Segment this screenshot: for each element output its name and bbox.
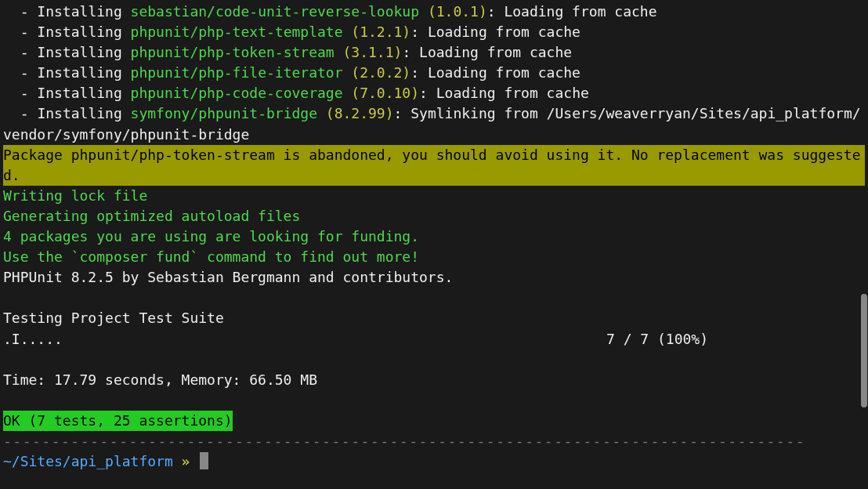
package-name: phpunit/php-file-iterator [131, 64, 343, 81]
test-progress-count: 7 / 7 (100%) [606, 329, 708, 350]
blank-line [3, 288, 865, 308]
install-line: - Installing symfony/phpunit-bridge (8.2… [3, 103, 865, 144]
install-action: Installing [37, 64, 130, 81]
package-name: phpunit/php-text-template [131, 24, 343, 40]
install-action: Installing [37, 3, 130, 20]
bullet: - [3, 85, 37, 101]
install-line: - Installing phpunit/php-text-template (… [3, 22, 865, 42]
install-action: Installing [37, 44, 130, 60]
abandoned-warning: Package phpunit/php-token-stream is aban… [3, 145, 865, 186]
bullet: - [3, 24, 37, 40]
install-action: Installing [37, 85, 130, 101]
install-action: Installing [37, 24, 130, 40]
install-line: - Installing sebastian/code-unit-reverse… [3, 2, 865, 22]
install-line: - Installing phpunit/php-file-iterator (… [3, 63, 865, 83]
package-version: (1.0.1) [419, 3, 487, 20]
composer-status: Writing lock file [3, 186, 865, 206]
prompt-path: ~/Sites/api_platform [3, 453, 173, 469]
install-status: : Loading from cache [410, 64, 580, 81]
package-name: symfony/phpunit-bridge [131, 105, 317, 121]
scrollbar-track[interactable] [860, 0, 868, 489]
package-version: (8.2.99) [317, 105, 394, 121]
terminal-output: - Installing sebastian/code-unit-reverse… [0, 0, 868, 473]
blank-line [3, 350, 865, 370]
separator: ----------------------------------------… [3, 431, 865, 451]
phpunit-header: PHPUnit 8.2.5 by Sebastian Bergmann and … [3, 267, 865, 288]
blank-line [3, 390, 865, 411]
package-name: phpunit/php-token-stream [131, 44, 335, 60]
bullet: - [3, 64, 37, 81]
bullet: - [3, 44, 37, 60]
install-line: - Installing phpunit/php-code-coverage (… [3, 83, 865, 103]
test-result-ok: OK (7 tests, 25 assertions) [3, 411, 233, 431]
install-status: : Loading from cache [419, 85, 589, 101]
funding-notice: 4 packages you are using are looking for… [3, 226, 865, 247]
package-version: (1.2.1) [343, 24, 411, 40]
bullet: - [3, 105, 37, 121]
package-name: phpunit/php-code-coverage [131, 85, 343, 101]
cursor-icon [200, 452, 208, 469]
package-version: (3.1.1) [335, 44, 403, 60]
test-suite-label: Testing Project Test Suite [3, 308, 865, 328]
test-progress-dots: .I..... [3, 329, 63, 350]
composer-status: Generating optimized autoload files [3, 206, 865, 226]
scrollbar-thumb[interactable] [861, 294, 867, 408]
package-version: (2.0.2) [343, 64, 411, 81]
install-status: : Loading from cache [402, 44, 572, 60]
install-action: Installing [37, 105, 130, 121]
install-status: : Loading from cache [410, 24, 580, 40]
install-status: : Loading from cache [487, 3, 657, 20]
funding-notice: Use the `composer fund` command to find … [3, 247, 865, 267]
test-time-memory: Time: 17.79 seconds, Memory: 66.50 MB [3, 370, 865, 390]
package-name: sebastian/code-unit-reverse-lookup [131, 3, 419, 20]
install-line: - Installing phpunit/php-token-stream (3… [3, 42, 865, 63]
package-version: (7.0.10) [343, 85, 420, 101]
prompt-symbol: » [173, 453, 199, 469]
bullet: - [3, 3, 37, 20]
shell-prompt[interactable]: ~/Sites/api_platform » [3, 451, 865, 472]
test-progress-row: .I..... 7 / 7 (100%) [3, 329, 865, 350]
